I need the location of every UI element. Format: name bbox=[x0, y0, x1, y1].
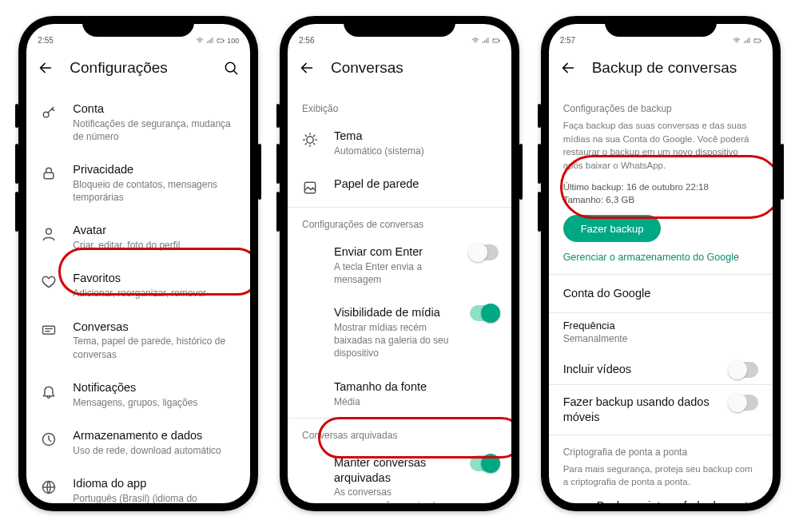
toggle-include-videos[interactable] bbox=[729, 362, 758, 378]
sublabel: Mostrar mídias recém baixadas na galeria… bbox=[334, 321, 451, 360]
chats-settings-list[interactable]: Exibição TemaAutomático (sistema) Papel … bbox=[288, 92, 511, 503]
label: Enviar com Enter bbox=[334, 244, 451, 260]
manage-google-storage-link[interactable]: Gerenciar o armazenamento do Google bbox=[549, 248, 773, 274]
sublabel: Mensagens, grupos, ligações bbox=[73, 396, 237, 409]
label: Backup criptografado de ponta a ponta bbox=[597, 498, 758, 503]
wallpaper-icon bbox=[302, 180, 318, 196]
settings-list[interactable]: ContaNotificações de segurança, mudança … bbox=[26, 92, 250, 503]
screen-settings: 2:55 100 Configurações ContaNotificações bbox=[26, 24, 250, 503]
toggle-keep-archived[interactable] bbox=[470, 455, 499, 471]
key-icon bbox=[41, 105, 57, 121]
label: Fazer backup usando dados móveis bbox=[563, 395, 710, 425]
battery-icon bbox=[217, 37, 225, 45]
svg-rect-3 bbox=[44, 173, 54, 179]
section-chat-settings: Configurações de conversas bbox=[288, 208, 511, 235]
theme-icon bbox=[302, 132, 318, 148]
svg-rect-0 bbox=[217, 39, 224, 42]
svg-rect-5 bbox=[43, 326, 55, 334]
settings-item-privacy[interactable]: PrivacidadeBloqueio de contatos, mensage… bbox=[26, 153, 250, 213]
page-title: Backup de conversas bbox=[592, 59, 766, 77]
sublabel: Notificações de segurança, mudança de nú… bbox=[73, 117, 237, 143]
toggle-backup-mobile[interactable] bbox=[729, 395, 758, 411]
sublabel: As conversas permanecerão arquivadas qua… bbox=[334, 486, 451, 503]
svg-rect-12 bbox=[493, 39, 499, 42]
bell-icon bbox=[41, 383, 57, 399]
sublabel: Tema, papel de parede, histórico de conv… bbox=[73, 335, 237, 360]
item-wallpaper[interactable]: Papel de parede bbox=[288, 167, 511, 207]
battery-icon bbox=[753, 37, 761, 45]
clock: 2:57 bbox=[560, 36, 575, 45]
settings-item-notifications[interactable]: NotificaçõesMensagens, grupos, ligações bbox=[26, 371, 250, 419]
signal-icon bbox=[482, 37, 490, 45]
label: Privacidade bbox=[73, 162, 237, 177]
label: Tamanho da fonte bbox=[334, 379, 499, 395]
item-google-account[interactable]: Conta do Google bbox=[549, 275, 773, 312]
item-e2e-backup[interactable]: Backup criptografado de ponta a pontaDes… bbox=[549, 489, 773, 503]
label: Conta do Google bbox=[563, 286, 758, 301]
status-bar: 2:57 bbox=[549, 24, 773, 45]
back-button[interactable] bbox=[294, 55, 320, 81]
page-title: Configurações bbox=[70, 59, 207, 77]
label: Favoritos bbox=[73, 271, 237, 286]
svg-point-13 bbox=[307, 137, 313, 143]
svg-rect-14 bbox=[304, 182, 315, 193]
settings-item-avatar[interactable]: AvatarCriar, editar, foto do perfil bbox=[26, 213, 250, 261]
toggle-media-visibility[interactable] bbox=[470, 305, 499, 321]
search-button[interactable] bbox=[218, 55, 244, 81]
wifi-icon bbox=[196, 37, 204, 45]
svg-point-4 bbox=[46, 229, 52, 235]
settings-item-favorites[interactable]: FavoritosAdicionar, reorganizar, remover bbox=[26, 261, 250, 309]
settings-item-language[interactable]: Idioma do appPortuguês (Brasil) (idioma … bbox=[26, 466, 250, 503]
label: Conta bbox=[73, 101, 237, 117]
settings-item-chats[interactable]: ConversasTema, papel de parede, históric… bbox=[26, 310, 250, 371]
label: Manter conversas arquivadas bbox=[334, 455, 451, 486]
section-display: Exibição bbox=[288, 92, 511, 119]
item-keep-archived[interactable]: Manter conversas arquivadasAs conversas … bbox=[288, 446, 511, 503]
signal-icon bbox=[743, 37, 751, 45]
label: Papel de parede bbox=[334, 177, 499, 192]
item-theme[interactable]: TemaAutomático (sistema) bbox=[288, 119, 511, 167]
item-include-videos[interactable]: Incluir vídeos bbox=[549, 355, 773, 384]
globe-icon bbox=[41, 479, 57, 495]
section-backup-config: Configurações de backup bbox=[549, 92, 773, 119]
settings-item-account[interactable]: ContaNotificações de segurança, mudança … bbox=[26, 92, 250, 153]
item-font-size[interactable]: Tamanho da fonteMédia bbox=[288, 370, 511, 418]
page-title: Conversas bbox=[331, 59, 505, 77]
label: Notificações bbox=[73, 380, 237, 395]
back-button[interactable] bbox=[33, 55, 58, 81]
do-backup-button[interactable]: Fazer backup bbox=[563, 215, 662, 242]
clock: 2:55 bbox=[38, 36, 53, 45]
item-enter-send[interactable]: Enviar com EnterA tecla Enter envia a me… bbox=[288, 235, 511, 296]
section-archived: Conversas arquivadas bbox=[288, 419, 511, 446]
heart-icon bbox=[41, 274, 57, 290]
backup-content[interactable]: Configurações de backup Faça backup das … bbox=[549, 92, 773, 503]
item-media-visibility[interactable]: Visibilidade de mídiaMostrar mídias recé… bbox=[288, 296, 511, 369]
status-bar: 2:55 100 bbox=[26, 24, 250, 45]
sublabel: Média bbox=[334, 395, 499, 408]
label: Incluir vídeos bbox=[563, 362, 710, 377]
screen-backup: 2:57 Backup de conversas Configurações d… bbox=[549, 24, 773, 503]
section-e2e: Criptografia de ponta a ponta bbox=[549, 435, 773, 463]
frequency-value: Semanalmente bbox=[549, 333, 773, 355]
arrow-left-icon bbox=[298, 59, 316, 77]
phone-frame-1: 2:55 100 Configurações ContaNotificações bbox=[18, 16, 258, 511]
lock-icon bbox=[565, 502, 581, 503]
wifi-icon bbox=[733, 37, 741, 45]
item-backup-mobile-data[interactable]: Fazer backup usando dados móveis bbox=[549, 385, 773, 435]
battery-icon bbox=[492, 37, 500, 45]
back-button[interactable] bbox=[555, 55, 581, 81]
e2e-description: Para mais segurança, proteja seu backup … bbox=[549, 463, 773, 489]
status-right: 100 bbox=[196, 37, 239, 45]
label: Armazenamento e dados bbox=[73, 428, 237, 443]
battery-text: 100 bbox=[227, 37, 239, 45]
backup-description: Faça backup das suas conversas e das sua… bbox=[549, 119, 773, 173]
label: Conversas bbox=[73, 320, 237, 335]
sublabel: A tecla Enter envia a mensagem bbox=[334, 260, 451, 286]
settings-item-storage[interactable]: Armazenamento e dadosUso de rede, downlo… bbox=[26, 419, 250, 466]
wifi-icon bbox=[471, 37, 479, 45]
toggle-enter-send[interactable] bbox=[470, 244, 499, 260]
frequency-label[interactable]: Frequência bbox=[549, 320, 773, 333]
label: Idioma do app bbox=[73, 476, 237, 491]
storage-icon bbox=[41, 431, 57, 447]
phone-frame-3: 2:57 Backup de conversas Configurações d… bbox=[541, 16, 781, 511]
